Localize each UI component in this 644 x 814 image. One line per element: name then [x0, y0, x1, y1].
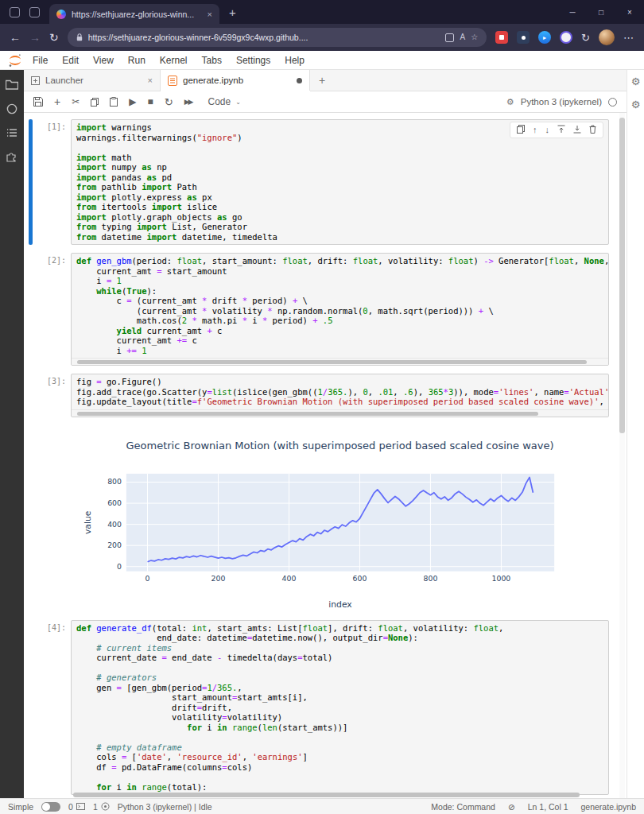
- table-of-contents-icon[interactable]: [6, 128, 17, 138]
- menu-kernel[interactable]: Kernel: [153, 55, 195, 66]
- tab-actions-icon[interactable]: [10, 7, 20, 17]
- cursor-position[interactable]: Ln 1, Col 1: [528, 802, 568, 812]
- back-button[interactable]: ←: [10, 32, 21, 43]
- browser-tab[interactable]: https://sethjuarez-glorious-winn... ×: [49, 4, 219, 24]
- cell-collapser[interactable]: [29, 253, 33, 366]
- new-tab-button[interactable]: +: [219, 6, 246, 19]
- browser-titlebar: https://sethjuarez-glorious-winn... × + …: [0, 0, 644, 24]
- svg-text:800: 800: [107, 477, 122, 486]
- interrupt-kernel-button[interactable]: ■: [147, 97, 153, 107]
- kernel-status-icon[interactable]: [608, 98, 617, 107]
- simple-mode-toggle[interactable]: [41, 802, 60, 812]
- cell-collapser[interactable]: [29, 119, 33, 245]
- cell-code[interactable]: def generate_df(total: int, start_amts: …: [72, 621, 608, 795]
- insert-cell-button[interactable]: +: [54, 96, 60, 107]
- cell-editor[interactable]: def generate_df(total: int, start_amts: …: [71, 620, 609, 796]
- tab-notebook-label: generate.ipynb: [183, 76, 291, 85]
- forward-button[interactable]: →: [29, 32, 41, 43]
- pinned-extension-icon[interactable]: [560, 31, 572, 44]
- minimize-button[interactable]: ─: [558, 0, 587, 24]
- cell-horizontal-scrollbar[interactable]: [72, 409, 608, 417]
- kernel-name[interactable]: Python 3 (ipykernel): [521, 97, 602, 107]
- close-tab-icon[interactable]: ×: [148, 76, 153, 85]
- browser-menu-icon[interactable]: ⋯: [623, 32, 634, 44]
- notebook-horizontal-scrollbar[interactable]: [73, 792, 601, 798]
- url-bar[interactable]: https://sethjuarez-glorious-winner-6v599…: [68, 28, 487, 47]
- cell-type-dropdown[interactable]: Code ⌄: [208, 96, 240, 107]
- pinned-extension-icon[interactable]: ▸: [538, 31, 551, 44]
- cut-cell-button[interactable]: ✂: [72, 97, 80, 107]
- close-window-button[interactable]: ×: [615, 0, 644, 24]
- notebook-panel[interactable]: [1]: import warningswarnings.filterwarni…: [24, 113, 627, 798]
- run-cell-button[interactable]: ▶: [129, 97, 136, 107]
- insert-cell-above-icon[interactable]: [557, 125, 565, 135]
- duplicate-cell-icon[interactable]: [517, 125, 525, 135]
- kernels-count[interactable]: 1: [93, 802, 110, 812]
- svg-text:0: 0: [145, 574, 149, 583]
- move-cell-down-icon[interactable]: ↓: [545, 126, 550, 134]
- paste-cell-button[interactable]: [110, 97, 118, 107]
- read-aloud-icon[interactable]: A: [460, 33, 465, 41]
- menu-view[interactable]: View: [86, 55, 121, 66]
- cell-code[interactable]: def gen_gbm(period: float, start_amount:…: [72, 254, 608, 358]
- url-text[interactable]: https://sethjuarez-glorious-winner-6v599…: [88, 33, 440, 42]
- chart-container[interactable]: 020040060080010000200400600800indexvalue: [71, 459, 609, 612]
- notebook-settings-icon[interactable]: ⚙: [506, 98, 514, 107]
- restart-run-all-button[interactable]: ▶▶: [184, 99, 192, 106]
- output-collapser[interactable]: [29, 425, 33, 612]
- save-button[interactable]: [33, 97, 43, 107]
- scrollbar-thumb[interactable]: [619, 118, 625, 433]
- terminals-count[interactable]: 0: [68, 802, 85, 812]
- profile-avatar[interactable]: [599, 29, 615, 45]
- insert-cell-below-icon[interactable]: [573, 125, 581, 135]
- menu-settings[interactable]: Settings: [229, 55, 277, 66]
- svg-text:600: 600: [107, 498, 122, 507]
- workspaces-icon[interactable]: [29, 7, 40, 17]
- extension-glyph: [499, 35, 504, 40]
- move-cell-up-icon[interactable]: ↑: [533, 126, 537, 134]
- copy-cell-button[interactable]: [91, 98, 99, 107]
- scrollbar-thumb[interactable]: [73, 793, 580, 797]
- add-tab-button[interactable]: +: [310, 74, 334, 87]
- lock-icon: [76, 33, 83, 41]
- scrollbar-thumb[interactable]: [77, 360, 587, 364]
- favorite-star-icon[interactable]: ☆: [471, 33, 478, 41]
- svg-text:value: value: [82, 510, 92, 534]
- command-mode-indicator[interactable]: Mode: Command: [431, 802, 495, 812]
- cell-horizontal-scrollbar[interactable]: [72, 358, 608, 365]
- property-inspector-icon[interactable]: ⚙: [631, 76, 641, 87]
- cell-editor[interactable]: import warningswarnings.filterwarnings("…: [71, 119, 609, 245]
- notebook-toolbar: + ✂ ▶ ■ ↻ ▶▶ Code ⌄ ⚙ Python 3 (ipy: [24, 91, 627, 113]
- menu-edit[interactable]: Edit: [55, 55, 86, 66]
- extension-manager-icon[interactable]: [6, 151, 17, 162]
- menu-tabs[interactable]: Tabs: [195, 55, 229, 66]
- cell-editor[interactable]: def gen_gbm(period: float, start_amount:…: [71, 253, 609, 366]
- cell-code[interactable]: import warningswarnings.filterwarnings("…: [72, 120, 608, 244]
- kernel-status-text[interactable]: Python 3 (ipykernel) | Idle: [118, 802, 212, 812]
- menu-file[interactable]: File: [25, 55, 55, 66]
- restart-kernel-button[interactable]: ↻: [165, 97, 173, 107]
- cell-collapser[interactable]: [29, 374, 33, 417]
- notebook-vertical-scrollbar[interactable]: [619, 113, 625, 798]
- file-browser-icon[interactable]: [6, 79, 18, 90]
- cell-code[interactable]: fig = go.Figure()fig.add_trace(go.Scatte…: [72, 374, 608, 409]
- cell-collapser[interactable]: [29, 620, 33, 796]
- scrollbar-thumb[interactable]: [77, 412, 539, 416]
- menu-run[interactable]: Run: [121, 55, 153, 66]
- maximize-button[interactable]: □: [587, 0, 615, 24]
- unsaved-changes-dot[interactable]: [297, 78, 302, 83]
- split-screen-icon[interactable]: [445, 33, 454, 42]
- cell-editor[interactable]: fig = go.Figure()fig.add_trace(go.Scatte…: [71, 374, 609, 417]
- running-kernels-icon[interactable]: [6, 103, 17, 114]
- pinned-extension-icon[interactable]: [495, 31, 508, 44]
- gbm-chart[interactable]: 020040060080010000200400600800indexvalue: [75, 459, 606, 612]
- menu-help[interactable]: Help: [277, 55, 312, 66]
- refresh-button[interactable]: ↻: [49, 32, 59, 43]
- delete-cell-icon[interactable]: [589, 125, 596, 135]
- tab-close-icon[interactable]: ×: [208, 10, 212, 19]
- advanced-tools-icon[interactable]: ⚙: [631, 99, 641, 110]
- tab-launcher[interactable]: Launcher ×: [24, 70, 161, 91]
- pinned-extension-icon[interactable]: [517, 31, 530, 44]
- tab-notebook[interactable]: generate.ipynb: [161, 70, 310, 91]
- sync-icon[interactable]: ↻: [581, 33, 590, 43]
